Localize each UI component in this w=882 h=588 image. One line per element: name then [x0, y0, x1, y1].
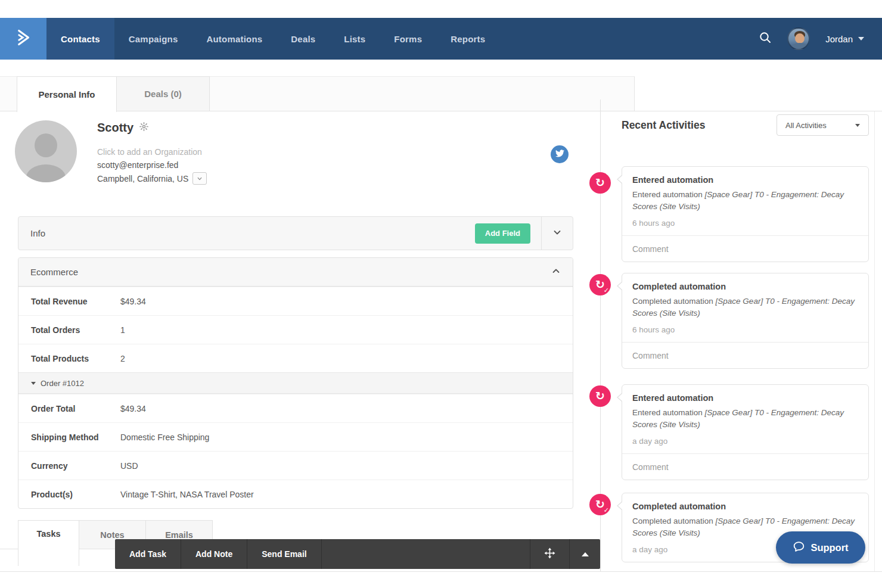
info-section: Info Add Field [18, 216, 573, 250]
info-collapse-button[interactable] [541, 217, 573, 250]
contact-location-row: Campbell, California, US [97, 172, 207, 185]
tab-personal-info[interactable]: Personal Info [17, 76, 117, 112]
nav-item-automations[interactable]: Automations [192, 18, 277, 60]
location-select[interactable] [192, 172, 207, 185]
field-label: Currency [31, 461, 120, 471]
nav-item-deals[interactable]: Deals [277, 18, 330, 60]
activecampaign-logo[interactable] [0, 18, 46, 60]
add-task-button[interactable]: Add Task [115, 539, 181, 569]
order-title: Order #1012 [41, 379, 84, 388]
comment-field[interactable]: Comment [622, 342, 868, 368]
field-value: $49.34 [120, 297, 146, 306]
order-toggle[interactable]: Order #1012 [18, 372, 573, 394]
tab-deals[interactable]: Deals (0) [117, 76, 210, 111]
chevron-up-icon [551, 266, 561, 278]
activity-text-prefix: Entered automation [632, 190, 705, 199]
search-button[interactable] [759, 31, 772, 46]
activities-filter-value: All Activities [785, 121, 827, 130]
activity-timestamp: a day ago [632, 437, 858, 446]
contact-detail-page: Contacts Campaigns Automations Deals Lis… [0, 0, 882, 588]
support-button[interactable]: Support [776, 531, 865, 564]
comment-field[interactable]: Comment [622, 235, 868, 262]
content-bottom-border [0, 571, 882, 572]
recent-activities-header: Recent Activities All Activities [622, 114, 869, 136]
activity-text-prefix: Entered automation [632, 408, 705, 417]
nav-item-lists[interactable]: Lists [330, 18, 380, 60]
activity-text: Completed automation [Space Gear] T0 - E… [632, 295, 858, 320]
toolbar-move-handle[interactable] [530, 539, 569, 569]
activity-text-prefix: Completed automation [632, 517, 716, 525]
top-navbar: Contacts Campaigns Automations Deals Lis… [0, 18, 882, 60]
activity-title: Completed automation [632, 282, 858, 291]
field-row-total-products: Total Products 2 [18, 344, 573, 372]
field-row-products: Product(s) Vintage T-Shirt, NASA Travel … [18, 480, 573, 508]
contact-avatar[interactable] [15, 120, 77, 182]
check-icon: ✓ [604, 287, 609, 294]
field-label: Total Orders [31, 325, 120, 335]
field-value: $49.34 [120, 404, 146, 413]
comment-field[interactable]: Comment [622, 453, 868, 480]
nav-item-reports[interactable]: Reports [436, 18, 499, 60]
activity-body: Entered automation Entered automation [S… [622, 385, 868, 453]
tab-tasks[interactable]: Tasks [18, 520, 79, 566]
field-value: 2 [120, 354, 125, 363]
field-label: Product(s) [31, 490, 120, 499]
add-field-button[interactable]: Add Field [475, 223, 530, 244]
field-value: 1 [120, 325, 125, 335]
ecommerce-collapse-button[interactable] [539, 258, 573, 286]
info-section-title: Info [18, 228, 475, 238]
field-row-total-revenue: Total Revenue $49.34 [18, 287, 573, 315]
send-email-button[interactable]: Send Email [247, 539, 321, 569]
nav-item-campaigns[interactable]: Campaigns [114, 18, 192, 60]
move-arrows-icon [544, 547, 555, 561]
field-label: Total Revenue [31, 297, 120, 306]
twitter-icon [555, 149, 564, 160]
nav-item-forms[interactable]: Forms [380, 18, 436, 60]
avatar-shirt [791, 43, 809, 50]
activity-title: Completed automation [632, 502, 858, 511]
automation-entered-icon: ↻ [589, 172, 611, 194]
tabstrip-bottom-border [0, 111, 882, 111]
nav-item-contacts[interactable]: Contacts [46, 18, 114, 60]
triangle-up-icon [582, 552, 589, 556]
arrow-chevron-icon [13, 27, 33, 50]
twitter-button[interactable] [551, 145, 569, 163]
activity-text: Entered automation [Space Gear] T0 - Eng… [632, 407, 858, 431]
check-icon: ✓ [604, 506, 609, 514]
gear-icon [139, 122, 148, 133]
activity-text: Entered automation [Space Gear] T0 - Eng… [632, 189, 858, 213]
add-note-button[interactable]: Add Note [181, 539, 247, 569]
field-label: Shipping Method [31, 433, 120, 442]
ecommerce-title: Ecommerce [18, 267, 539, 277]
automation-entered-icon: ↻ [589, 385, 611, 407]
activity-title: Entered automation [632, 393, 858, 403]
quick-actions-toolbar: Add Task Add Note Send Email [115, 539, 600, 569]
chevron-down-icon [197, 173, 203, 184]
activity-timestamp: 6 hours ago [632, 219, 858, 228]
user-menu[interactable]: Jordan [825, 34, 864, 44]
navbar-right: Jordan [759, 18, 882, 60]
support-label: Support [810, 542, 848, 553]
contact-location: Campbell, California, US [97, 174, 188, 183]
contact-settings-button[interactable] [139, 122, 148, 133]
activities-filter-dropdown[interactable]: All Activities [777, 114, 869, 136]
speech-bubble-icon [793, 540, 805, 555]
silhouette-head [35, 133, 57, 157]
ecommerce-section: Ecommerce Total Revenue $49.34 Total Ord… [18, 257, 573, 509]
triangle-down-icon [31, 382, 36, 385]
activity-body: Completed automation Completed automatio… [622, 273, 868, 342]
user-avatar[interactable] [787, 27, 810, 50]
triangle-down-icon [855, 124, 860, 127]
field-label: Order Total [31, 404, 120, 413]
field-value: Vintage T-Shirt, NASA Travel Poster [120, 490, 254, 499]
sync-arrows-icon: ↻ [595, 177, 605, 188]
sync-arrows-icon: ↻ [595, 390, 605, 402]
add-organization-link[interactable]: Click to add an Organization [97, 147, 202, 157]
field-row-order-total: Order Total $49.34 [18, 394, 573, 422]
silhouette-body [26, 164, 66, 182]
contact-name-row: Scotty [97, 121, 148, 135]
toolbar-collapse-button[interactable] [569, 539, 600, 569]
field-row-shipping-method: Shipping Method Domestic Free Shipping [18, 422, 573, 451]
activity-card: Entered automation Entered automation [S… [622, 166, 869, 262]
automation-completed-icon: ↻ ✓ [589, 274, 611, 295]
